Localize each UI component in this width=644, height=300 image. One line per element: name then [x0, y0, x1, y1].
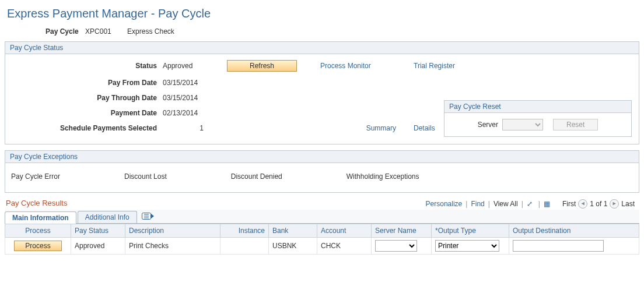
discount-lost-label: Discount Lost [124, 172, 167, 181]
pay-cycle-reset-box: Pay Cycle Reset Server Reset [444, 100, 632, 137]
col-description[interactable]: Description [125, 224, 220, 238]
process-button[interactable]: Process [14, 241, 61, 251]
discount-denied-label: Discount Denied [231, 172, 282, 181]
last-link[interactable]: Last [621, 200, 635, 208]
server-label: Server [478, 121, 498, 129]
details-link[interactable]: Details [414, 124, 435, 132]
view-all-link[interactable]: View All [494, 200, 518, 208]
cell-bank: USBNK [269, 238, 317, 255]
pay-cycle-exceptions-box: Pay Cycle Exceptions Pay Cycle Error Dis… [5, 150, 639, 193]
output-type-select[interactable]: Printer [435, 240, 499, 252]
pay-through-value: 03/15/2014 [163, 94, 227, 102]
zoom-icon[interactable]: ⤢ [527, 200, 535, 207]
pay-cycle-label: Pay Cycle [46, 27, 79, 36]
tab-additional-info[interactable]: Additional Info [78, 211, 137, 223]
col-pay-status[interactable]: Pay Status [71, 224, 125, 238]
col-output-destination[interactable]: Output Destination [509, 224, 639, 238]
col-account[interactable]: Account [317, 224, 372, 238]
pay-cycle-desc: Express Check [127, 27, 174, 36]
row-counter: 1 of 1 [590, 200, 607, 208]
col-output-type[interactable]: *Output Type [432, 224, 509, 238]
pay-cycle-value: XPC001 [85, 27, 111, 36]
status-label: Status [11, 62, 163, 70]
prev-icon[interactable]: ◄ [578, 199, 587, 209]
sched-sel-value: 1 [163, 124, 227, 132]
sched-sel-label: Schedule Payments Selected [11, 124, 163, 132]
reset-button[interactable]: Reset [553, 119, 598, 130]
personalize-link[interactable]: Personalize [426, 200, 463, 208]
col-instance[interactable]: Instance [220, 224, 269, 238]
separator: | [488, 200, 490, 208]
pay-through-label: Pay Through Date [11, 94, 163, 102]
separator: | [538, 200, 540, 208]
output-destination-input[interactable] [513, 240, 604, 252]
pay-from-value: 03/15/2014 [163, 79, 227, 87]
download-icon[interactable]: ▦ [544, 200, 552, 207]
pay-cycle-error-label: Pay Cycle Error [11, 172, 60, 181]
col-process[interactable]: Process [5, 224, 71, 238]
payment-date-label: Payment Date [11, 109, 163, 117]
payment-date-value: 02/13/2014 [163, 109, 227, 117]
grid-toolbar: Personalize | Find | View All | ⤢ | ▦ Fi… [426, 199, 635, 209]
pay-cycle-exceptions-title: Pay Cycle Exceptions [5, 151, 639, 163]
header-row: Pay Cycle XPC001 Express Check [46, 27, 639, 36]
cell-pay-status: Approved [71, 238, 125, 255]
pay-from-label: Pay From Date [11, 79, 163, 87]
col-server-name[interactable]: Server Name [372, 224, 432, 238]
first-link[interactable]: First [562, 200, 576, 208]
next-icon[interactable]: ► [610, 199, 619, 209]
pay-cycle-status-title: Pay Cycle Status [5, 42, 639, 54]
separator: | [522, 200, 523, 208]
find-link[interactable]: Find [471, 200, 484, 208]
refresh-button[interactable]: Refresh [227, 60, 297, 72]
summary-link[interactable]: Summary [366, 124, 396, 132]
page-title: Express Payment Manager - Pay Cycle [7, 7, 639, 20]
withholding-exceptions-label: Withholding Exceptions [346, 172, 419, 181]
separator: | [466, 200, 467, 208]
show-all-columns-icon[interactable] [138, 213, 158, 221]
pay-cycle-reset-title: Pay Cycle Reset [444, 101, 631, 113]
results-tabs: Main Information Additional Info [5, 210, 639, 224]
trial-register-link[interactable]: Trial Register [414, 62, 455, 70]
cell-account: CHCK [317, 238, 372, 255]
col-bank[interactable]: Bank [269, 224, 317, 238]
server-name-select[interactable] [375, 240, 417, 252]
process-monitor-link[interactable]: Process Monitor [320, 62, 371, 70]
table-row: Process Approved Print Checks USBNK CHCK… [5, 238, 639, 255]
status-value: Approved [163, 62, 227, 70]
results-grid: Process Pay Status Description Instance … [5, 224, 639, 255]
pay-cycle-status-box: Pay Cycle Status Status Approved Refresh… [5, 41, 639, 144]
cell-description: Print Checks [125, 238, 220, 255]
server-select[interactable] [502, 119, 543, 130]
cell-instance [220, 238, 269, 255]
tab-main-information[interactable]: Main Information [5, 211, 76, 224]
